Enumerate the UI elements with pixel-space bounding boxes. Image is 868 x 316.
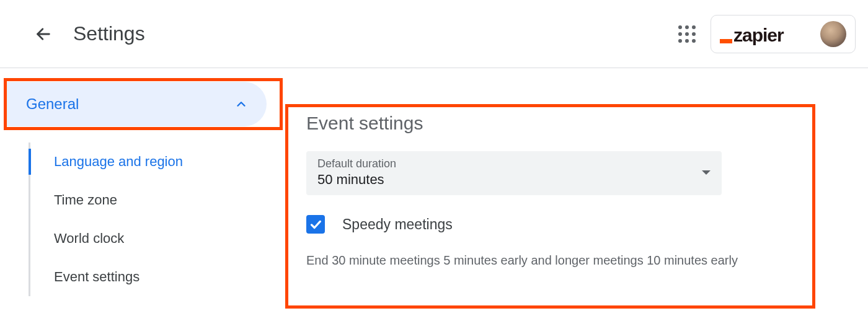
nav-section-toggle-general[interactable]: General [6, 82, 267, 126]
sidebar: General Language and region Time zone Wo… [0, 68, 285, 316]
apps-menu-icon[interactable] [675, 22, 699, 46]
brand-logo-zapier: zapier [720, 20, 813, 48]
speedy-meetings-label: Speedy meetings [342, 216, 453, 233]
section-title-event-settings: Event settings [306, 113, 868, 134]
sidebar-item-label: Event settings [54, 269, 140, 284]
nav-section-label: General [26, 95, 79, 113]
sidebar-item-label: Language and region [54, 154, 183, 169]
account-brand-box[interactable]: zapier [711, 15, 856, 53]
svg-rect-1 [720, 39, 732, 43]
nav-items: Language and region Time zone World cloc… [0, 143, 285, 296]
sidebar-item-time-zone[interactable]: Time zone [29, 181, 285, 219]
select-texts: Default duration 50 minutes [317, 157, 396, 188]
content-area: General Language and region Time zone Wo… [0, 68, 868, 316]
back-button[interactable] [31, 22, 56, 46]
select-value: 50 minutes [317, 172, 396, 188]
sidebar-item-event-settings[interactable]: Event settings [29, 258, 285, 296]
header-bar: Settings zapier [0, 0, 868, 68]
select-label: Default duration [317, 157, 396, 170]
nav-section-general: General Language and region Time zone Wo… [0, 82, 285, 296]
avatar[interactable] [820, 21, 846, 47]
sidebar-item-language-region[interactable]: Language and region [29, 143, 285, 181]
svg-text:zapier: zapier [733, 25, 784, 45]
speedy-meetings-row: Speedy meetings [306, 215, 868, 234]
highlight-main [285, 104, 815, 309]
checkmark-icon [309, 217, 322, 231]
main-panel: Event settings Default duration 50 minut… [285, 68, 868, 316]
chevron-up-icon [234, 97, 248, 111]
header-actions: zapier [675, 15, 856, 53]
speedy-meetings-checkbox[interactable] [306, 215, 325, 234]
default-duration-select[interactable]: Default duration 50 minutes [306, 151, 722, 195]
sidebar-item-label: Time zone [54, 192, 117, 208]
speedy-meetings-helper: End 30 minute meetings 5 minutes early a… [306, 253, 868, 268]
chevron-down-icon [702, 170, 711, 175]
sidebar-item-world-clock[interactable]: World clock [29, 219, 285, 258]
arrow-left-icon [35, 25, 52, 43]
sidebar-item-label: World clock [54, 230, 124, 246]
nav-section-header-wrap: General [6, 82, 279, 126]
page-title: Settings [73, 22, 145, 45]
